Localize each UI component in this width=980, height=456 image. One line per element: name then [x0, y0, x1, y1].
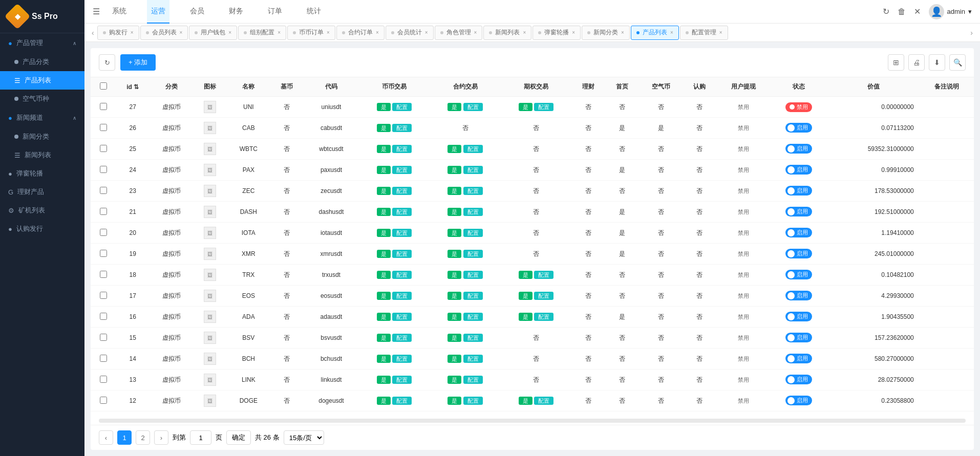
tab-close-member-stats[interactable]: ×	[425, 30, 428, 35]
status-toggle[interactable]: 启用	[785, 270, 812, 279]
sidebar-group-product-header[interactable]: ● 产品管理 ∧	[0, 33, 84, 53]
sidebar-item-product-list[interactable]: ☰ 产品列表	[0, 71, 84, 90]
tab-product-list[interactable]: 产品列表 ×	[631, 26, 679, 40]
page-size-select[interactable]: 15条/页 30条/页 50条/页	[284, 430, 324, 445]
cell-withdraw: 禁用	[716, 265, 770, 286]
sidebar-item-airdrop-currency[interactable]: 空气币种	[0, 90, 84, 108]
print-button[interactable]: 🖨	[908, 54, 925, 71]
tab-popup[interactable]: 弹窗轮播 ×	[532, 26, 581, 40]
sidebar-item-news-category[interactable]: 新闻分类	[0, 127, 84, 146]
row-checkbox[interactable]	[100, 145, 107, 152]
tab-close-news-category[interactable]: ×	[621, 30, 624, 35]
tab-close-config-mgmt[interactable]: ×	[719, 30, 722, 35]
tab-close-wallet[interactable]: ×	[228, 30, 231, 35]
status-toggle[interactable]: 启用	[785, 207, 812, 216]
row-checkbox[interactable]	[100, 313, 107, 320]
search-button[interactable]: 🔍	[949, 54, 966, 71]
tab-close-product-list[interactable]: ×	[670, 30, 673, 35]
prev-page-button[interactable]: ‹	[99, 430, 113, 445]
add-button[interactable]: + 添加	[120, 54, 156, 71]
status-toggle[interactable]: 启用	[785, 375, 812, 384]
row-checkbox[interactable]	[100, 376, 107, 383]
tab-close-role-mgmt[interactable]: ×	[474, 30, 477, 35]
tab-prev-button[interactable]: ‹	[89, 29, 97, 37]
next-page-button[interactable]: ›	[154, 430, 168, 445]
grid-view-button[interactable]: ⊞	[888, 54, 904, 71]
tab-role-mgmt[interactable]: 角色管理 ×	[435, 26, 483, 40]
page-number-input[interactable]	[190, 430, 211, 445]
status-toggle[interactable]: 启用	[785, 123, 812, 133]
cell-withdraw: 禁用	[716, 139, 770, 160]
sidebar-item-news-list[interactable]: ☰ 新闻列表	[0, 146, 84, 164]
refresh-icon[interactable]: ↻	[883, 7, 889, 16]
row-checkbox[interactable]	[100, 292, 107, 299]
nav-system[interactable]: 系统	[108, 0, 131, 24]
row-checkbox[interactable]	[100, 250, 107, 257]
sidebar-item-purchase[interactable]: ● 认购发行	[0, 220, 84, 238]
tab-close-group-config[interactable]: ×	[278, 30, 281, 35]
cell-category: 虚拟币	[150, 118, 193, 139]
row-checkbox[interactable]	[100, 187, 107, 194]
horizontal-scrollbar[interactable]	[99, 419, 966, 423]
sidebar-item-financial[interactable]: G 理财产品	[0, 183, 84, 201]
tab-close-issue[interactable]: ×	[131, 30, 134, 35]
tab-close-contract-order[interactable]: ×	[376, 30, 379, 35]
status-toggle[interactable]: 启用	[785, 354, 812, 363]
status-toggle[interactable]: 启用	[785, 396, 812, 405]
select-all-checkbox[interactable]	[100, 82, 107, 90]
sidebar-group-news-header[interactable]: ● 新闻频道 ∧	[0, 108, 84, 127]
page-2-button[interactable]: 2	[136, 430, 150, 445]
row-checkbox[interactable]	[100, 334, 107, 341]
status-toggle[interactable]: 启用	[785, 291, 812, 300]
nav-operations[interactable]: 运营	[147, 0, 169, 24]
row-checkbox[interactable]	[100, 166, 107, 173]
status-badge[interactable]: 禁用	[785, 102, 812, 112]
tab-member-stats[interactable]: 会员统计 ×	[386, 26, 434, 40]
tab-news-category[interactable]: 新闻分类 ×	[582, 26, 630, 40]
status-toggle[interactable]: 启用	[785, 249, 812, 258]
sidebar-item-popup[interactable]: ● 弹窗轮播	[0, 164, 84, 183]
nav-statistics[interactable]: 统计	[303, 0, 325, 24]
tab-member-list[interactable]: 会员列表 ×	[140, 26, 188, 40]
row-checkbox[interactable]	[100, 124, 107, 131]
row-checkbox[interactable]	[100, 355, 107, 362]
status-toggle[interactable]: 启用	[785, 333, 812, 342]
row-checkbox[interactable]	[100, 229, 107, 236]
tab-news-list[interactable]: 新闻列表 ×	[483, 26, 531, 40]
status-toggle[interactable]: 启用	[785, 165, 812, 175]
tab-close-currency-order[interactable]: ×	[327, 30, 330, 35]
sidebar-item-miner[interactable]: ⚙ 矿机列表	[0, 201, 84, 220]
status-toggle[interactable]: 启用	[785, 144, 812, 154]
nav-finance[interactable]: 财务	[225, 0, 247, 24]
trash-icon[interactable]: 🗑	[898, 7, 906, 16]
tab-group-config[interactable]: 组别配置 ×	[238, 26, 286, 40]
row-checkbox[interactable]	[100, 208, 107, 215]
tab-close-news-list[interactable]: ×	[523, 30, 526, 35]
tab-close-popup[interactable]: ×	[572, 30, 575, 35]
tab-close-member-list[interactable]: ×	[180, 30, 183, 35]
row-checkbox[interactable]	[100, 397, 107, 404]
export-button[interactable]: ⬇	[929, 54, 945, 71]
tab-contract-order[interactable]: 合约订单 ×	[336, 26, 385, 40]
cell-note	[920, 181, 974, 202]
nav-members[interactable]: 会员	[186, 0, 208, 24]
status-toggle[interactable]: 启用	[785, 228, 812, 237]
status-toggle[interactable]: 启用	[785, 312, 812, 321]
tab-issue[interactable]: 购发行 ×	[97, 26, 139, 40]
sidebar-item-product-category[interactable]: 产品分类	[0, 53, 84, 71]
nav-orders[interactable]: 订单	[264, 0, 286, 24]
page-1-button[interactable]: 1	[117, 430, 132, 445]
tab-currency-order[interactable]: 币币订单 ×	[287, 26, 335, 40]
cell-purchase: 否	[683, 370, 716, 390]
close-icon[interactable]: ✕	[914, 7, 921, 16]
row-checkbox[interactable]	[100, 103, 107, 110]
refresh-button[interactable]: ↻	[99, 54, 115, 71]
tab-next-button[interactable]: ›	[967, 29, 976, 37]
row-checkbox[interactable]	[100, 271, 107, 278]
tab-config-mgmt[interactable]: 配置管理 ×	[680, 26, 728, 40]
page-confirm-button[interactable]: 确定	[226, 430, 251, 445]
status-toggle[interactable]: 启用	[785, 186, 812, 196]
user-info[interactable]: 👤 admin ▾	[929, 4, 972, 19]
hamburger-icon[interactable]: ☰	[93, 7, 100, 16]
tab-wallet[interactable]: 用户钱包 ×	[189, 26, 237, 40]
